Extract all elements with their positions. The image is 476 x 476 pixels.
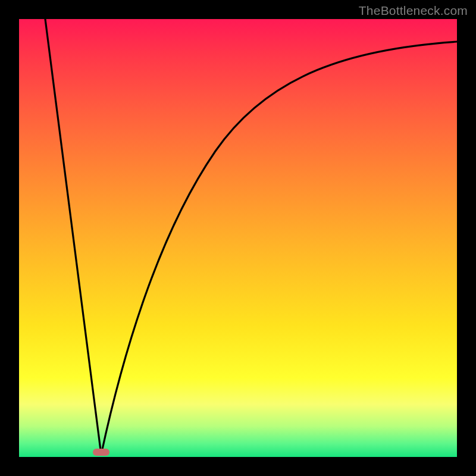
- curve-left-branch: [45, 19, 101, 455]
- chart-frame: TheBottleneck.com: [0, 0, 476, 476]
- minimum-marker: [93, 449, 109, 456]
- curve-right-branch: [101, 42, 457, 455]
- bottleneck-curve: [19, 19, 457, 457]
- plot-area: [19, 19, 457, 457]
- watermark-text: TheBottleneck.com: [359, 4, 468, 18]
